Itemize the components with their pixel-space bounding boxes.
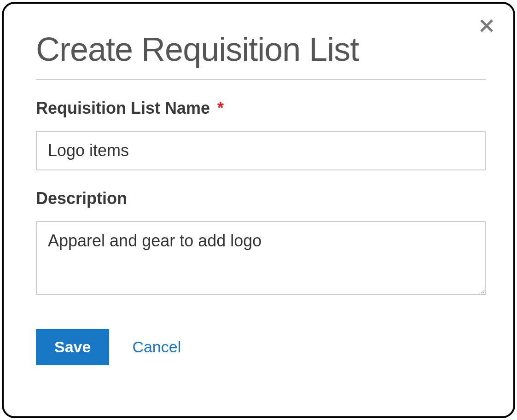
divider: [36, 79, 486, 80]
save-button[interactable]: Save: [36, 329, 109, 365]
create-requisition-modal: Create Requisition List Requisition List…: [2, 2, 515, 418]
cancel-link[interactable]: Cancel: [132, 338, 181, 356]
description-field-group: Description Apparel and gear to add logo: [36, 189, 486, 297]
name-label-text: Requisition List Name: [36, 99, 210, 117]
name-field-label: Requisition List Name *: [36, 99, 486, 118]
name-field-group: Requisition List Name *: [36, 99, 486, 170]
modal-title: Create Requisition List: [36, 30, 486, 68]
required-asterisk: *: [217, 99, 224, 117]
requisition-name-input[interactable]: [36, 131, 486, 170]
description-textarea[interactable]: Apparel and gear to add logo: [36, 221, 486, 295]
close-icon: [478, 18, 495, 36]
close-button[interactable]: [476, 17, 497, 37]
description-field-label: Description: [36, 189, 486, 208]
modal-actions: Save Cancel: [36, 329, 486, 365]
